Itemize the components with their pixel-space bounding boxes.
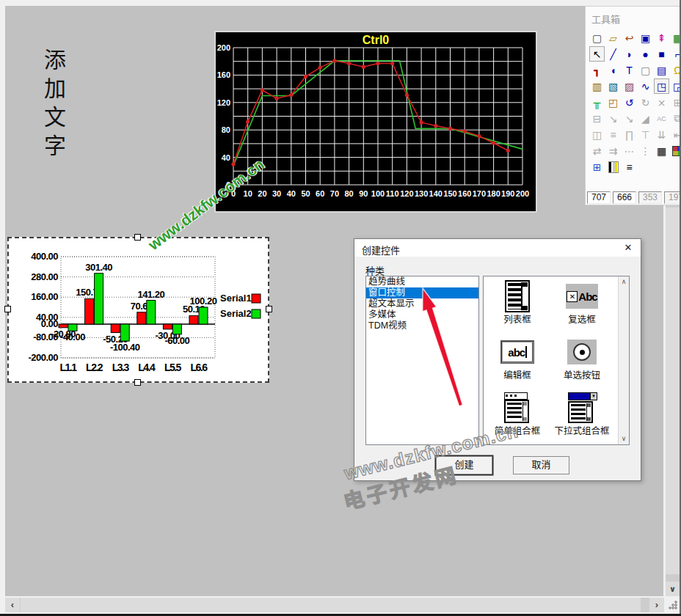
control-tile-2[interactable]: abc编辑框 bbox=[486, 335, 549, 391]
open-folder-icon[interactable]: ▱ bbox=[605, 30, 621, 45]
selection-handle-left[interactable] bbox=[4, 306, 11, 312]
control-tile-5[interactable]: ▼下拉式组合框 bbox=[550, 391, 613, 447]
paste-icon[interactable]: ⊟ bbox=[589, 111, 605, 126]
list-display-icon[interactable]: ▤ bbox=[654, 62, 669, 78]
rotate-icon[interactable]: ◢ bbox=[638, 111, 653, 126]
create-control-icon[interactable]: ◳ bbox=[654, 78, 669, 94]
selection-handle-right[interactable] bbox=[266, 306, 272, 312]
svg-text:-200.00: -200.00 bbox=[28, 352, 58, 363]
control-grid: 列表框✕Abc复选框abc编辑框单选按钮简单组合框▼下拉式组合框 bbox=[485, 279, 617, 447]
scroll-right-icon[interactable]: › bbox=[649, 598, 664, 612]
category-item-0[interactable]: 趋势曲线 bbox=[366, 276, 478, 287]
cut-icon[interactable]: ⨯ bbox=[654, 95, 669, 110]
scroll-down-icon[interactable]: ∨ bbox=[666, 582, 680, 596]
valve-tool-icon[interactable]: ╥ bbox=[589, 95, 605, 110]
pipe-tool-icon[interactable]: ┓ bbox=[589, 62, 605, 78]
checkbox-icon: ✕Abc bbox=[566, 284, 598, 309]
bar-chart-svg: 400.00280.00160.0040.000.00-80.00-200.00… bbox=[9, 238, 268, 381]
picture-h-icon[interactable]: ▨ bbox=[622, 78, 637, 94]
save-icon[interactable]: ▣ bbox=[638, 30, 653, 45]
selection-handle-top[interactable] bbox=[134, 234, 141, 241]
coordinate-field-1[interactable]: 666 bbox=[613, 191, 636, 204]
svg-text:301.40: 301.40 bbox=[85, 262, 112, 273]
svg-text:160.00: 160.00 bbox=[31, 291, 58, 302]
svg-text:400.00: 400.00 bbox=[31, 251, 58, 262]
resize-grip[interactable] bbox=[667, 599, 679, 611]
svg-text:-60.00: -60.00 bbox=[164, 335, 189, 346]
svg-text:180: 180 bbox=[487, 189, 500, 198]
report-tool-icon[interactable]: ▥ bbox=[589, 78, 605, 94]
control-tile-0[interactable]: 列表框 bbox=[486, 279, 549, 335]
same-width-icon[interactable]: ⇄ bbox=[589, 143, 605, 158]
picture-r-icon[interactable]: ▧ bbox=[605, 78, 621, 94]
control-tile-3[interactable]: 单选按钮 bbox=[550, 335, 613, 391]
same-height-icon[interactable]: ⇉ bbox=[605, 143, 621, 158]
svg-text:80: 80 bbox=[222, 125, 230, 134]
cancel-button[interactable]: 取消 bbox=[513, 456, 569, 474]
svg-text:60: 60 bbox=[316, 189, 324, 198]
gallery-scrollbar[interactable]: ∧ ∨ bbox=[618, 276, 629, 444]
text-tool-icon[interactable]: T bbox=[622, 62, 637, 78]
nudge-icon[interactable]: ↘ bbox=[605, 111, 621, 126]
dialog-titlebar[interactable]: 创建控件 ✕ bbox=[354, 239, 641, 257]
stripe-colors-icon[interactable] bbox=[605, 159, 621, 175]
grid-black-icon[interactable]: ▦ bbox=[654, 143, 669, 158]
export-screen-icon[interactable]: ⇞ bbox=[654, 30, 669, 45]
svg-text:150: 150 bbox=[443, 189, 456, 198]
radio-button-icon bbox=[567, 340, 597, 364]
vertical-scrollbar-thumb[interactable] bbox=[666, 208, 680, 574]
bar-chart-object-selected[interactable]: 400.00280.00160.0040.000.00-80.00-200.00… bbox=[7, 237, 269, 383]
arrows-down-icon[interactable]: ⇊ bbox=[654, 127, 669, 142]
close-icon[interactable]: ✕ bbox=[622, 241, 635, 254]
trend-curve-icon[interactable]: ∿ bbox=[638, 78, 653, 94]
new-file-icon[interactable]: ▢ bbox=[589, 30, 605, 45]
svg-text:141.20: 141.20 bbox=[137, 289, 164, 300]
line-tool-icon[interactable]: ╱ bbox=[605, 46, 621, 62]
trend-chart-object[interactable]: Ctrl004080120160200010203040506070809010… bbox=[214, 31, 537, 213]
ellipse-tool-icon[interactable]: ● bbox=[638, 46, 653, 62]
svg-text:70: 70 bbox=[330, 189, 339, 198]
toolbox-grid: ▢▱↩▣⇞▦↖╱◗●■⌐┓◖T▢▤Ω▥▧▨∿◳◲╥◰↺↻⨯⊞⊟↘↘◢AC⧉◫≡∏… bbox=[589, 30, 681, 175]
category-listbox[interactable]: 趋势曲线窗口控制超文本显示多媒体TDM视频 bbox=[365, 276, 479, 445]
undo-icon[interactable]: ↺ bbox=[622, 95, 637, 110]
thick-lines-icon[interactable]: ≡ bbox=[622, 159, 637, 175]
text-case-icon[interactable]: AC bbox=[654, 111, 669, 126]
align-hcenter-icon[interactable]: ≡ bbox=[605, 127, 621, 142]
coordinate-field-0[interactable]: 707 bbox=[587, 191, 611, 204]
align-vcenter-icon[interactable]: ◫ bbox=[589, 127, 605, 142]
category-item-1[interactable]: 窗口控制 bbox=[366, 287, 478, 298]
control-tile-1[interactable]: ✕Abc复选框 bbox=[550, 279, 613, 335]
scroll-left-icon[interactable]: ‹ bbox=[5, 598, 20, 612]
horizontal-scrollbar-thumb[interactable] bbox=[21, 598, 641, 612]
listbox-icon bbox=[505, 280, 530, 312]
svg-text:40: 40 bbox=[287, 189, 296, 198]
rect-tool-icon[interactable]: ■ bbox=[654, 46, 669, 62]
horizontal-scrollbar[interactable]: ‹ › bbox=[5, 598, 664, 612]
nudge-alt-icon[interactable]: ↘ bbox=[622, 111, 637, 126]
dialog-title: 创建控件 bbox=[362, 243, 400, 257]
pie-tool-icon[interactable]: ◖ bbox=[605, 62, 621, 78]
multi-color-select-icon[interactable]: ⊞ bbox=[589, 159, 605, 175]
exit-door-icon[interactable]: ↩ bbox=[622, 30, 637, 45]
distribute-top-icon[interactable]: ∏ bbox=[622, 127, 637, 142]
dot-style-icon[interactable]: ⋮ bbox=[638, 143, 653, 158]
arc-tool-icon[interactable]: ◗ bbox=[622, 46, 637, 62]
select-cursor-icon[interactable]: ↖ bbox=[589, 46, 605, 62]
redo-icon[interactable]: ↻ bbox=[638, 95, 653, 110]
svg-text:110: 110 bbox=[386, 189, 399, 198]
dash-style-icon[interactable]: ⋯ bbox=[622, 143, 637, 158]
category-item-2[interactable]: 超文本显示 bbox=[366, 298, 478, 309]
scroll-down-icon[interactable]: ∨ bbox=[619, 433, 629, 444]
control-tile-label: 下拉式组合框 bbox=[554, 426, 609, 436]
rounded-rect-tool-icon[interactable]: ▢ bbox=[638, 62, 653, 78]
svg-text:Serial2: Serial2 bbox=[220, 308, 252, 319]
pump-tool-icon[interactable]: ◰ bbox=[605, 95, 621, 110]
scroll-up-icon[interactable]: ∧ bbox=[619, 276, 629, 287]
svg-text:190: 190 bbox=[501, 189, 514, 198]
vertical-text-object[interactable]: 添加文字 bbox=[43, 48, 69, 173]
category-item-4[interactable]: TDM视频 bbox=[366, 320, 478, 331]
svg-text:L5.5: L5.5 bbox=[164, 362, 182, 373]
category-item-3[interactable]: 多媒体 bbox=[366, 309, 478, 320]
selection-handle-bottom[interactable] bbox=[134, 379, 141, 386]
distribute-center-icon[interactable]: ⊤ bbox=[638, 127, 653, 142]
